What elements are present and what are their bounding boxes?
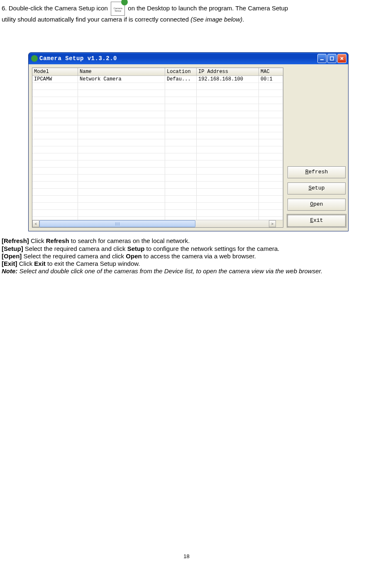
col-mac[interactable]: MAC [259,68,283,75]
cell-ip: 192.168.168.100 [197,76,259,83]
refresh-tag: [Refresh] [2,237,29,244]
intro-text-b: on the Desktop to launch the program. Th… [128,5,288,12]
close-button[interactable] [337,54,346,63]
refresh-button[interactable]: Refresh [288,166,346,178]
camera-setup-desktop-icon: CameraSetup [111,2,125,16]
scroll-track[interactable] [39,220,269,227]
open-tag: [Open] [2,253,22,260]
cell-mac: 00:1 [259,76,283,83]
cell-model: IPCAMW [32,76,78,83]
table-row[interactable] [32,153,283,160]
table-row[interactable] [32,217,283,220]
table-row[interactable] [32,189,283,196]
table-row[interactable] [32,203,283,210]
scroll-corner [276,220,283,227]
setup-button[interactable]: Setup [288,182,346,194]
exit-tag: [Exit] [2,260,17,267]
table-body[interactable]: IPCAMW Network Camera Defau... 192.168.1… [32,76,283,220]
intro-text-a: 6. Double-click the Camera Setup icon [2,5,110,12]
col-ip[interactable]: IP Address [197,68,259,75]
table-row[interactable] [32,175,283,182]
camera-setup-window: Camera Setup v1.3.2.0 Model Name Locatio… [28,52,349,231]
col-location[interactable]: Location [165,68,197,75]
col-name[interactable]: Name [78,68,165,75]
table-row[interactable] [32,139,283,146]
table-row[interactable] [32,168,283,175]
table-header: Model Name Location IP Address MAC [32,68,283,76]
horizontal-scrollbar[interactable]: < > [32,220,283,227]
scroll-right-arrow-icon[interactable]: > [269,220,276,227]
col-model[interactable]: Model [32,68,78,75]
table-row[interactable] [32,118,283,125]
table-row[interactable] [32,146,283,153]
intro-paragraph: 6. Double-click the Camera Setup icon Ca… [2,2,371,23]
maximize-button[interactable] [327,54,336,63]
table-row[interactable] [32,83,283,90]
button-column: Refresh Setup Open Exit [288,68,346,228]
minimize-button[interactable] [317,54,327,63]
table-row[interactable] [32,90,283,97]
table-row[interactable] [32,210,283,217]
app-icon [31,55,38,62]
page-number: 18 [2,553,371,559]
exit-button[interactable]: Exit [288,215,346,227]
svg-rect-1 [330,57,334,60]
table-row[interactable] [32,132,283,139]
table-row[interactable] [32,196,283,203]
intro-dot: . [242,16,244,23]
intro-text-c: utility should automatically find your c… [2,16,190,23]
cell-name: Network Camera [78,76,165,83]
device-table[interactable]: Model Name Location IP Address MAC IPCAM… [32,68,283,228]
setup-tag: [Setup] [2,245,23,252]
svg-rect-0 [320,59,324,60]
table-row[interactable] [32,97,283,104]
intro-text-italic: (See image below) [190,16,242,23]
note-tag: Note: [2,267,17,275]
table-row[interactable] [32,104,283,111]
description-paragraphs: [Refresh] Click Refresh to search for ca… [2,237,371,275]
table-row[interactable] [32,160,283,168]
window-title: Camera Setup v1.3.2.0 [39,55,317,62]
open-button[interactable]: Open [288,199,346,211]
scroll-left-arrow-icon[interactable]: < [32,220,39,227]
cell-location: Defau... [165,76,197,83]
titlebar[interactable]: Camera Setup v1.3.2.0 [29,53,348,64]
table-row[interactable] [32,125,283,132]
table-row[interactable]: IPCAMW Network Camera Defau... 192.168.1… [32,76,283,83]
table-row[interactable] [32,111,283,118]
table-row[interactable] [32,182,283,189]
scroll-thumb[interactable] [39,220,195,227]
